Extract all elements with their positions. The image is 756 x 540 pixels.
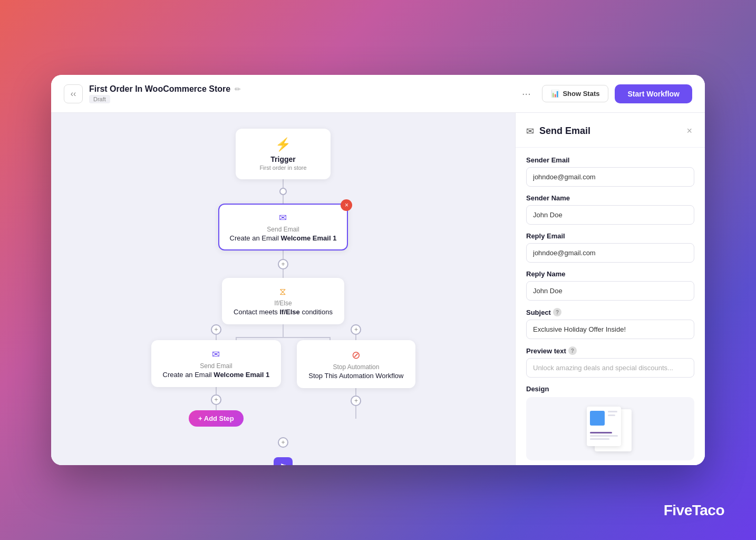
left-branch-line-1 <box>216 335 217 340</box>
add-between-1[interactable]: + <box>278 259 288 269</box>
panel-body: Sender Email Sender Name Reply Email Rep… <box>516 148 705 465</box>
preview-text-input[interactable] <box>526 358 694 378</box>
edit-icon[interactable]: ✏ <box>235 85 241 93</box>
workflow-title: First Order In WooCommerce Store <box>89 84 230 94</box>
template-purple-line <box>590 432 612 433</box>
left-branch: + ✉ Send Email Create an Email Welcome E… <box>151 324 282 427</box>
stop-automation-icon: ⊘ <box>308 349 403 361</box>
sender-name-label: Sender Name <box>526 194 694 202</box>
add-right-branch[interactable]: + <box>351 324 361 335</box>
start-workflow-button[interactable]: Start Workflow <box>615 84 692 103</box>
preview-text-group: Preview text ? <box>526 346 694 378</box>
send-email-left-icon: ✉ <box>163 349 270 360</box>
header-title-row: First Order In WooCommerce Store ✏ <box>89 84 510 94</box>
workflow-container: ⚡ Trigger First order in store ✉ Send Em… <box>51 113 515 465</box>
send-email-top-icon: ✉ <box>230 212 337 224</box>
template-gray-line-2 <box>590 438 609 440</box>
right-branch-line-3 <box>355 406 356 419</box>
trigger-node[interactable]: ⚡ Trigger First order in store <box>236 129 331 179</box>
template-blue-block <box>590 411 605 426</box>
connector-dot-1 <box>279 188 287 195</box>
reply-name-input[interactable] <box>526 281 694 301</box>
subject-input[interactable] <box>526 320 694 339</box>
subject-label: Subject ? <box>526 308 694 316</box>
reply-email-group: Reply Email <box>526 232 694 263</box>
connector-line-2 <box>283 195 284 204</box>
sender-name-input[interactable] <box>526 205 694 225</box>
subject-help-icon[interactable]: ? <box>553 308 561 316</box>
sender-email-input[interactable] <box>526 167 694 187</box>
add-after-left[interactable]: + <box>211 394 221 405</box>
header-actions: ··· 📊 Show Stats Start Workflow <box>517 84 692 103</box>
add-step-button[interactable]: + Add Step <box>189 410 244 427</box>
right-branch-line-2 <box>355 388 356 396</box>
left-branch-line-3 <box>216 405 217 410</box>
if-else-type: If/Else <box>234 300 333 307</box>
panel-header-icon: ✉ <box>526 126 534 137</box>
if-else-wrapper: ⧖ If/Else Contact meets If/Else conditio… <box>222 278 344 324</box>
trigger-title: Trigger <box>253 155 314 163</box>
connector-line-1 <box>283 179 284 188</box>
template-gray-line-1 <box>590 435 618 437</box>
if-else-node[interactable]: ⧖ If/Else Contact meets If/Else conditio… <box>222 278 344 324</box>
send-email-left-node[interactable]: ✉ Send Email Create an Email Welcome Ema… <box>151 340 282 387</box>
reply-name-group: Reply Name <box>526 270 694 301</box>
sender-name-group: Sender Name <box>526 194 694 225</box>
stop-automation-name: Stop This Automation Workflow <box>308 372 403 380</box>
send-email-top-name: Create an Email Welcome Email 1 <box>230 234 337 242</box>
exit-icon: ⚑ <box>274 457 293 465</box>
add-before-exit[interactable]: + <box>278 437 288 448</box>
trigger-icon: ⚡ <box>253 137 314 152</box>
brand-logo: FiveTaco <box>664 502 724 519</box>
reply-email-label: Reply Email <box>526 232 694 240</box>
template-front-line-1 <box>608 411 617 412</box>
panel-close-button[interactable]: × <box>684 123 694 139</box>
add-left-branch[interactable]: + <box>211 324 221 335</box>
send-email-top-node[interactable]: ✉ Send Email Create an Email Welcome Ema… <box>218 204 348 250</box>
header: ‹‹ First Order In WooCommerce Store ✏ Dr… <box>51 75 705 113</box>
more-button[interactable]: ··· <box>517 84 536 103</box>
trigger-node-wrapper: ⚡ Trigger First order in store <box>236 129 331 204</box>
reply-name-label: Reply Name <box>526 270 694 278</box>
trigger-subtitle: First order in store <box>253 165 314 171</box>
delete-send-email-top[interactable]: × <box>341 199 352 211</box>
send-email-top-wrapper: ✉ Send Email Create an Email Welcome Ema… <box>218 204 348 278</box>
subject-group: Subject ? <box>526 308 694 339</box>
send-email-left-name: Create an Email Welcome Email 1 <box>163 371 270 379</box>
if-else-icon: ⧖ <box>234 286 333 297</box>
canvas: ⚡ Trigger First order in store ✉ Send Em… <box>51 113 515 465</box>
reply-email-input[interactable] <box>526 243 694 263</box>
stop-automation-type: Stop Automation <box>308 363 403 371</box>
draft-badge: Draft <box>89 95 110 103</box>
sender-email-group: Sender Email <box>526 156 694 187</box>
design-label: Design <box>526 385 694 393</box>
right-panel: ✉ Send Email × Sender Email Sender Name … <box>515 113 705 465</box>
stop-automation-node[interactable]: ⊘ Stop Automation Stop This Automation W… <box>297 340 415 388</box>
add-after-right[interactable]: + <box>351 396 361 406</box>
left-branch-line-2 <box>216 387 217 394</box>
template-bottom-lines <box>590 432 618 440</box>
send-email-top-type: Send Email <box>230 226 337 233</box>
back-button[interactable]: ‹‹ <box>64 84 83 103</box>
show-stats-label: Show Stats <box>563 90 599 98</box>
panel-header: ✉ Send Email × <box>516 113 705 148</box>
design-preview[interactable] <box>526 397 694 460</box>
show-stats-button[interactable]: 📊 Show Stats <box>542 85 608 102</box>
design-section: Design <box>526 385 694 460</box>
preview-text-help-icon[interactable]: ? <box>568 346 577 355</box>
right-branch-line-1 <box>355 335 356 340</box>
preview-text-label: Preview text ? <box>526 346 694 355</box>
email-template-preview <box>584 405 637 452</box>
right-branch: + ⊘ Stop Automation Stop This Automation… <box>297 324 415 419</box>
main-card: ‹‹ First Order In WooCommerce Store ✏ Dr… <box>51 75 705 465</box>
connector-line-4 <box>283 269 284 278</box>
template-front-line-2 <box>608 414 615 416</box>
if-else-name: Contact meets If/Else conditions <box>234 308 333 316</box>
exit-node: + ⚑ Exit <box>274 437 293 465</box>
connector-line-3 <box>283 250 284 259</box>
template-front-page <box>587 407 621 446</box>
send-email-left-type: Send Email <box>163 362 270 370</box>
header-title-block: First Order In WooCommerce Store ✏ Draft <box>89 84 510 103</box>
panel-title: Send Email <box>539 126 679 137</box>
branches-row: + ✉ Send Email Create an Email Welcome E… <box>151 324 415 427</box>
